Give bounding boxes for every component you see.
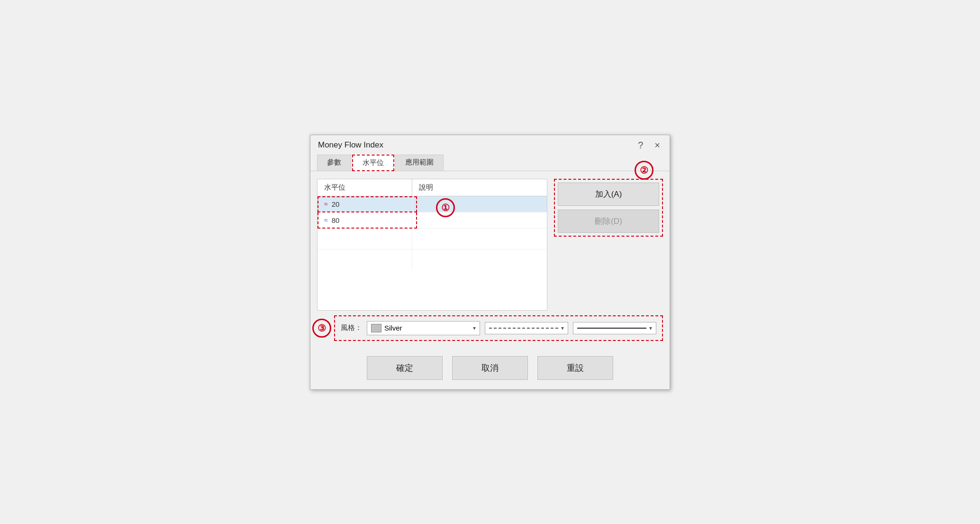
- color-dropdown-arrow: ▾: [473, 325, 476, 331]
- title-bar: Money Flow Index ? ×: [310, 135, 670, 155]
- table-row-empty-1[interactable]: [318, 229, 547, 249]
- cancel-button[interactable]: 取消: [452, 356, 528, 380]
- dialog: Money Flow Index ? × 參數 水平位 應用範圍 ② 水平位 說…: [310, 135, 670, 390]
- table-container: 水平位 說明 ≈ 20: [317, 179, 547, 311]
- tab-scope[interactable]: 應用範圍: [395, 155, 444, 171]
- line-style-preview: [489, 328, 558, 329]
- main-row: 水平位 說明 ≈ 20: [317, 179, 663, 311]
- line-weight-select[interactable]: ▾: [573, 322, 656, 334]
- title-actions: ? ×: [636, 140, 662, 151]
- table-row[interactable]: ≈ 80: [318, 212, 547, 229]
- color-name: Silver: [384, 324, 402, 332]
- table-row[interactable]: ≈ 20 ①: [318, 196, 547, 212]
- style-controls: 風格： Silver ▾ ▾ ▾: [334, 315, 663, 341]
- annotation-2: ②: [635, 161, 653, 180]
- color-select[interactable]: Silver ▾: [367, 321, 480, 335]
- tab-levels[interactable]: 水平位: [352, 155, 394, 171]
- table-header: 水平位 說明: [318, 179, 547, 196]
- levels-table: 水平位 說明 ≈ 20: [317, 179, 547, 311]
- line-weight-preview: [577, 328, 646, 329]
- line-weight-arrow: ▾: [649, 325, 652, 331]
- style-label: 風格：: [341, 323, 362, 332]
- level-icon-1: ≈: [324, 200, 328, 208]
- reset-button[interactable]: 重設: [537, 356, 613, 380]
- help-button[interactable]: ?: [636, 140, 645, 151]
- tab-bar: 參數 水平位 應用範圍: [310, 155, 670, 171]
- cell-desc-2: [412, 212, 547, 228]
- cell-level-1: ≈ 20: [318, 196, 412, 212]
- cell-level-2: ≈ 80: [318, 212, 412, 228]
- color-swatch: [371, 324, 381, 332]
- content-area: ② 水平位 說明 ≈: [310, 171, 670, 348]
- style-row-container: ③ 風格： Silver ▾ ▾ ▾: [317, 315, 663, 341]
- line-style-select[interactable]: ▾: [485, 322, 568, 334]
- right-panel: 加入(A) 刪除(D): [554, 179, 663, 237]
- add-button[interactable]: 加入(A): [558, 183, 659, 206]
- table-row-empty-2[interactable]: [318, 249, 547, 270]
- confirm-button[interactable]: 確定: [367, 356, 443, 380]
- tab-params[interactable]: 參數: [317, 155, 351, 171]
- footer-bar: 確定 取消 重設: [310, 348, 670, 389]
- annotation-3: ③: [312, 319, 331, 338]
- level-icon-2: ≈: [324, 216, 328, 224]
- col-header-level: 水平位: [318, 179, 412, 196]
- col-header-desc: 說明: [412, 179, 547, 196]
- cell-desc-1: ①: [412, 196, 547, 212]
- dialog-title: Money Flow Index: [318, 140, 383, 150]
- delete-button[interactable]: 刪除(D): [558, 210, 659, 233]
- close-button[interactable]: ×: [653, 140, 662, 151]
- action-buttons-group: 加入(A) 刪除(D): [554, 179, 663, 237]
- table-body: ≈ 20 ①: [318, 196, 547, 310]
- line-style-arrow: ▾: [561, 325, 564, 331]
